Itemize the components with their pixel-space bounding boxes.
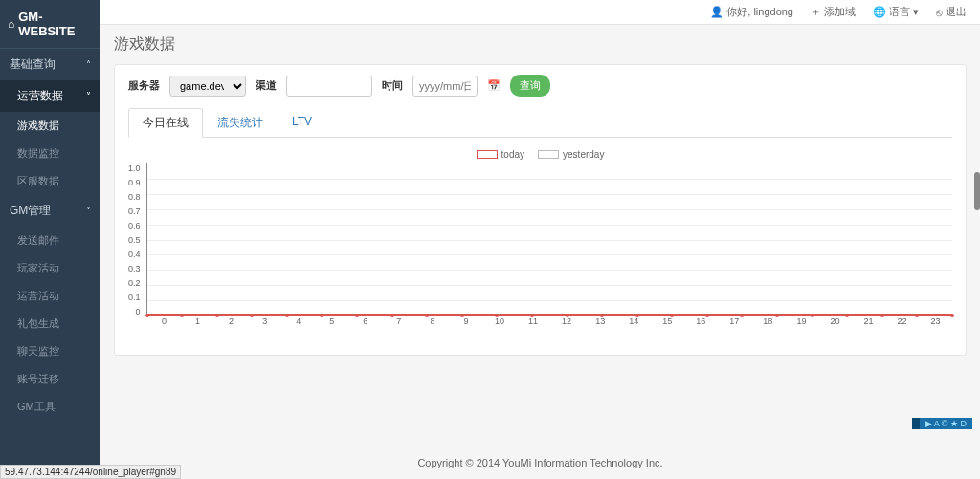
server-label: 服务器 (128, 78, 160, 93)
x-tick: 21 (852, 316, 885, 326)
data-point (390, 314, 394, 317)
channel-input[interactable] (286, 76, 372, 97)
nav-group-label: 基础查询 (10, 56, 56, 73)
x-tick: 10 (482, 316, 516, 326)
nav-leaf-gift-gen[interactable]: 礼包生成 (0, 310, 100, 337)
data-point (145, 314, 149, 317)
x-tick: 9 (449, 316, 482, 326)
add-domain-link[interactable]: ＋ 添加域 (811, 5, 856, 19)
data-point (811, 314, 814, 317)
y-tick: 0.2 (128, 278, 141, 288)
x-tick: 5 (315, 316, 348, 326)
data-point (880, 314, 884, 317)
y-axis: 1.00.90.80.70.60.50.40.30.20.10 (128, 163, 146, 316)
page-title: 游戏数据 (114, 34, 967, 54)
query-button[interactable]: 查询 (510, 75, 550, 97)
data-point (215, 314, 219, 317)
chevron-down-icon: ˅ (86, 91, 91, 101)
legend-today[interactable]: today (477, 149, 524, 160)
data-point (705, 314, 709, 317)
y-tick: 0.5 (128, 235, 141, 245)
data-point (845, 314, 849, 317)
data-point (285, 314, 289, 317)
data-point (635, 314, 639, 317)
nav-leaf-player-activity[interactable]: 玩家活动 (0, 254, 100, 282)
data-point (775, 314, 779, 317)
x-tick: 1 (181, 316, 214, 326)
legend-today-label: today (501, 149, 524, 160)
data-point (950, 314, 954, 317)
x-tick: 3 (248, 316, 281, 326)
tab-churn-stats[interactable]: 流失统计 (203, 108, 278, 138)
scrollbar-thumb[interactable] (974, 172, 980, 210)
logout-link[interactable]: ⎋ 退出 (936, 5, 967, 19)
data-point (915, 314, 919, 317)
caret-down-icon: ▾ (913, 6, 919, 18)
x-tick: 7 (382, 316, 415, 326)
data-point (530, 314, 534, 317)
legend-yesterday[interactable]: yesterday (538, 149, 604, 160)
y-tick: 0.1 (128, 293, 141, 302)
tab-online-today[interactable]: 今日在线 (128, 108, 203, 138)
date-input[interactable] (412, 76, 478, 97)
browser-statusbar: 59.47.73.144:47244/online_player#gn89 (0, 465, 181, 478)
x-tick: 8 (415, 316, 449, 326)
tabs: 今日在线 流失统计 LTV (128, 108, 952, 138)
data-point (355, 314, 359, 317)
y-tick: 0.7 (128, 207, 141, 216)
chart-legend: today yesterday (128, 149, 952, 160)
x-tick: 0 (147, 316, 181, 326)
chevron-down-icon: ˅ (86, 206, 91, 216)
x-tick: 19 (785, 316, 818, 326)
data-point (600, 314, 604, 317)
y-tick: 0.8 (128, 192, 141, 202)
floating-badge[interactable]: ▶ A © ★ D (912, 418, 972, 429)
y-tick: 0 (136, 307, 141, 316)
x-tick: 2 (214, 316, 248, 326)
x-tick: 4 (281, 316, 315, 326)
grid-line (147, 254, 952, 255)
brand[interactable]: ⌂ GM-WEBSITE (0, 0, 100, 48)
nav-group-basic[interactable]: 基础查询 ˄ (0, 48, 100, 80)
greeting-text: 你好, lingdong (726, 5, 793, 19)
nav-leaf-ops-activity[interactable]: 运营活动 (0, 282, 100, 310)
language-dropdown[interactable]: 🌐 语言 ▾ (873, 5, 919, 19)
x-tick: 14 (617, 316, 651, 326)
data-point (495, 314, 499, 317)
nav-group-gm[interactable]: GM管理 ˅ (0, 195, 100, 227)
nav-leaf-game-data[interactable]: 游戏数据 (0, 112, 100, 140)
user-greeting[interactable]: 👤 你好, lingdong (710, 5, 793, 19)
grid-line (147, 225, 952, 226)
x-tick: 22 (885, 316, 919, 326)
main: 👤 你好, lingdong ＋ 添加域 🌐 语言 ▾ ⎋ 退出 游戏数据 服务… (100, 0, 980, 478)
plot-area (146, 163, 952, 316)
grid-line (147, 240, 952, 241)
data-point (670, 314, 674, 317)
x-axis: 01234567891011121314151617181920212223 (147, 316, 952, 326)
nav-leaf-data-monitor[interactable]: 数据监控 (0, 140, 100, 167)
nav-leaf-chat-monitor[interactable]: 聊天监控 (0, 337, 100, 365)
nav-leaf-send-mail[interactable]: 发送邮件 (0, 227, 100, 254)
x-tick: 16 (684, 316, 718, 326)
calendar-icon[interactable]: 📅 (487, 79, 501, 92)
nav-leaf-server-data[interactable]: 区服数据 (0, 167, 100, 195)
tab-ltv[interactable]: LTV (278, 108, 326, 138)
y-tick: 0.3 (128, 264, 141, 273)
server-select[interactable]: game.dev.1 (169, 76, 246, 97)
nav-leaf-account-migrate[interactable]: 账号迁移 (0, 365, 100, 393)
nav-ops-data[interactable]: 运营数据 ˅ (0, 80, 100, 112)
swatch-yesterday (538, 150, 559, 159)
nav-ops-label: 运营数据 (17, 88, 63, 104)
sidebar: ⌂ GM-WEBSITE 基础查询 ˄ 运营数据 ˅ 游戏数据 数据监控 区服数… (0, 0, 100, 478)
grid-line (147, 285, 952, 286)
legend-yesterday-label: yesterday (563, 149, 604, 160)
x-tick: 23 (919, 316, 952, 326)
grid-line (147, 209, 952, 210)
plus-icon: ＋ (811, 5, 821, 19)
logout-icon: ⎋ (936, 7, 943, 18)
nav-leaf-gm-tools[interactable]: GM工具 (0, 393, 100, 421)
channel-label: 渠道 (256, 78, 277, 93)
filter-bar: 服务器 game.dev.1 渠道 时间 📅 查询 (128, 75, 952, 97)
topbar: 👤 你好, lingdong ＋ 添加域 🌐 语言 ▾ ⎋ 退出 (100, 0, 980, 25)
data-point (180, 314, 184, 317)
